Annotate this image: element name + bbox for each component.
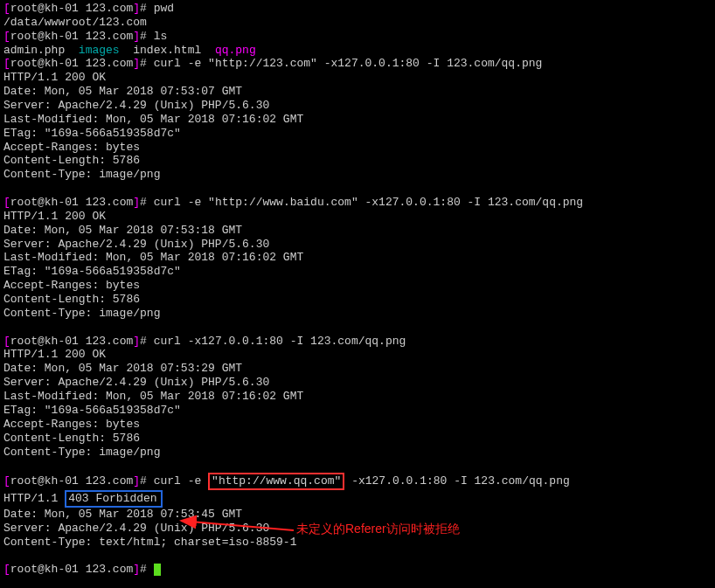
output-line: Last-Modified: Mon, 05 Mar 2018 07:16:02… (3, 113, 712, 127)
blank-line (3, 182, 712, 196)
output-line: Server: Apache/2.4.29 (Unix) PHP/5.6.30 (3, 376, 712, 390)
highlighted-status: 403 Forbidden (65, 490, 162, 508)
output-line: Accept-Ranges: bytes (3, 279, 712, 293)
blank-line (3, 321, 712, 335)
http-version: HTTP/1.1 (3, 492, 58, 505)
output-line: Date: Mon, 05 Mar 2018 07:53:07 GMT (3, 85, 712, 99)
cmd-line-pwd: [root@kh-01 123.com]# pwd (3, 2, 712, 16)
cursor-icon (154, 564, 161, 576)
output-line: HTTP/1.1 403 Forbidden (3, 490, 712, 508)
output-line: Content-Length: 5786 (3, 293, 712, 307)
output-line: Content-Length: 5786 (3, 432, 712, 446)
output-line: Server: Apache/2.4.29 (Unix) PHP/5.6.30 (3, 238, 712, 252)
cmd-line-curl1: [root@kh-01 123.com]# curl -e "http://12… (3, 57, 712, 71)
output-line: Date: Mon, 05 Mar 2018 07:53:45 GMT (3, 508, 712, 522)
highlighted-url: "http://www.qq.com" (208, 473, 344, 490)
output-line: Last-Modified: Mon, 05 Mar 2018 07:16:02… (3, 251, 712, 265)
output-line: ETag: "169a-566a519358d7c" (3, 404, 712, 418)
cmd[interactable]: curl -x127.0.0.1:80 -I 123.com/qq.png (154, 335, 406, 348)
cmd-line-curl3: [root@kh-01 123.com]# curl -x127.0.0.1:8… (3, 335, 712, 349)
cmd-pre[interactable]: curl -e (154, 474, 208, 488)
terminal-output: [root@kh-01 123.com]# pwd /data/wwwroot/… (3, 2, 712, 577)
cmd[interactable]: ls (154, 30, 168, 43)
output-line: ETag: "169a-566a519358d7c" (3, 127, 712, 141)
prompt: root@kh-01 123.com (10, 30, 133, 43)
output-line: Accept-Ranges: bytes (3, 141, 712, 155)
output-line: Content-Type: image/png (3, 446, 712, 460)
cmd[interactable]: pwd (154, 2, 174, 15)
annotation-text: 未定义的Referer访问时被拒绝 (296, 522, 460, 536)
output-line: HTTP/1.1 200 OK (3, 348, 712, 362)
output-line: Content-Type: text/html; charset=iso-885… (3, 536, 712, 550)
output-line: HTTP/1.1 200 OK (3, 210, 712, 224)
prompt-symbol: # (140, 2, 154, 15)
file-index: index.html (133, 44, 201, 57)
output-line: Server: Apache/2.4.29 (Unix) PHP/5.6.30 (3, 99, 712, 113)
output-line: Date: Mon, 05 Mar 2018 07:53:29 GMT (3, 362, 712, 376)
ls-output: admin.php images index.html qq.png (3, 44, 712, 58)
cmd-line-curl4: [root@kh-01 123.com]# curl -e "http://ww… (3, 473, 712, 490)
output-line: Accept-Ranges: bytes (3, 418, 712, 432)
output-line: HTTP/1.1 200 OK (3, 71, 712, 85)
cmd-post[interactable]: -x127.0.0.1:80 -I 123.com/qq.png (344, 474, 569, 488)
output-line: /data/wwwroot/123.com (3, 16, 712, 30)
file-admin: admin.php (3, 44, 65, 57)
output-line: Date: Mon, 05 Mar 2018 07:53:18 GMT (3, 224, 712, 238)
output-line: ETag: "169a-566a519358d7c" (3, 265, 712, 279)
blank-line (3, 459, 712, 473)
file-qqpng: qq.png (215, 44, 256, 57)
cmd-line-ls: [root@kh-01 123.com]# ls (3, 30, 712, 44)
blank-line (3, 550, 712, 564)
output-line: Content-Length: 5786 (3, 154, 712, 168)
dir-images: images (79, 44, 120, 57)
cmd-line-curl2: [root@kh-01 123.com]# curl -e "http://ww… (3, 196, 712, 210)
output-line: Last-Modified: Mon, 05 Mar 2018 07:16:02… (3, 390, 712, 404)
output-line: Content-Type: image/png (3, 168, 712, 182)
prompt: root@kh-01 123.com (10, 2, 133, 15)
cmd[interactable]: curl -e "http://123.com" -x127.0.0.1:80 … (154, 57, 543, 70)
cmd[interactable]: curl -e "http://www.baidu.com" -x127.0.0… (154, 196, 583, 209)
cmd-line-empty[interactable]: [root@kh-01 123.com]# (3, 563, 712, 577)
output-line: Content-Type: image/png (3, 307, 712, 321)
